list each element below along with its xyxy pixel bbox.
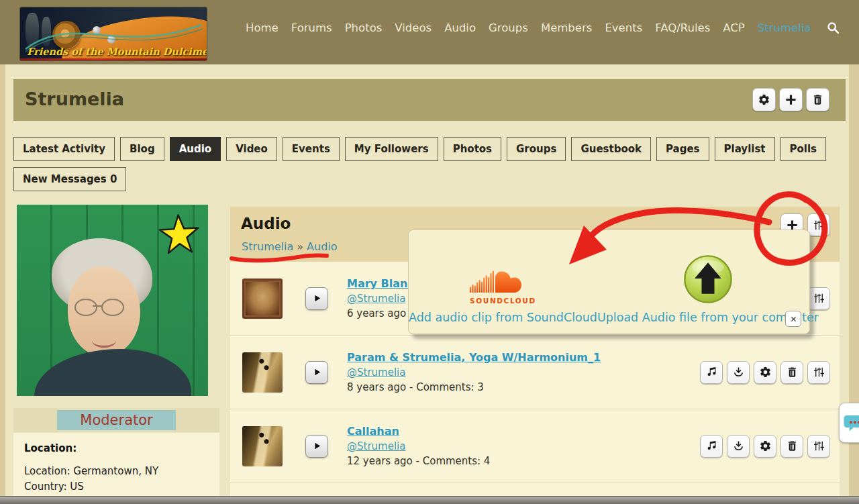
add-audio-popup: SOUNDCLOUD Add audio clip from SoundClou… (408, 230, 810, 334)
nav-item-forums[interactable]: Forums (291, 21, 332, 34)
gear-icon (759, 366, 772, 379)
page-title: Strumelia (25, 89, 124, 109)
music-note-icon (705, 440, 718, 452)
bottom-window-edge (0, 496, 859, 504)
star-icon (157, 211, 201, 256)
moderator-band: Moderator (13, 408, 219, 432)
nav-item-videos[interactable]: Videos (395, 21, 432, 34)
tab-row-1: Latest Activity Blog Audio Video Events … (13, 137, 846, 161)
sliders-icon (813, 440, 825, 452)
search-icon[interactable] (826, 21, 840, 35)
download-icon (732, 440, 745, 452)
upload-icon (683, 254, 734, 305)
music-note-icon (705, 366, 718, 379)
page: Friends of the Mountain Dulcimer Home Fo… (0, 0, 859, 504)
chat-launcher[interactable] (839, 403, 859, 443)
nav-item-strumelia[interactable]: Strumelia (758, 21, 811, 34)
play-icon (312, 293, 322, 303)
page-left-edge (0, 64, 5, 497)
profile-sidebar: Moderator Location: Location: Germantown… (13, 201, 219, 497)
audio-author-link[interactable]: @Strumelia (347, 440, 490, 452)
avatar-smile (92, 334, 116, 348)
edit-settings-button[interactable] (754, 361, 776, 384)
country-line: Country: US (24, 479, 209, 495)
audio-item-actions (700, 435, 830, 458)
audio-meta: 8 years ago - Comments: 3 (347, 381, 601, 393)
audio-meta: 12 years ago - Comments: 4 (347, 455, 490, 467)
download-button[interactable] (727, 435, 750, 458)
tab-new-messages[interactable]: New Messages 0 (13, 167, 126, 191)
audio-thumbnail[interactable] (242, 352, 283, 393)
profile-tabs: Latest Activity Blog Audio Video Events … (13, 137, 846, 197)
nav-item-events[interactable]: Events (605, 21, 642, 34)
tab-polls[interactable]: Polls (780, 137, 827, 161)
play-button[interactable] (305, 361, 328, 384)
delete-button[interactable] (780, 435, 803, 458)
play-button[interactable] (305, 435, 328, 458)
profile-settings-button[interactable] (752, 88, 776, 111)
audio-item-actions (700, 361, 830, 384)
play-icon (312, 367, 322, 377)
nav-item-audio[interactable]: Audio (444, 21, 476, 34)
chat-bubble-icon (843, 411, 859, 434)
item-filter-button[interactable] (807, 435, 830, 458)
soundcloud-option[interactable]: SOUNDCLOUD Add audio clip from SoundClou… (409, 230, 597, 334)
nav-item-members[interactable]: Members (541, 21, 592, 34)
delete-button[interactable] (780, 361, 803, 384)
play-icon (312, 441, 322, 451)
tab-pages[interactable]: Pages (656, 137, 709, 161)
edit-settings-button[interactable] (754, 435, 776, 458)
nav-item-home[interactable]: Home (246, 21, 279, 34)
profile-title-actions (752, 88, 829, 111)
popup-close-button[interactable] (785, 311, 801, 327)
audio-title-link[interactable]: Param & Strumelia, Yoga W/Harmonium_1 (347, 351, 601, 364)
tab-video[interactable]: Video (226, 137, 277, 161)
breadcrumb-strumelia-link[interactable]: Strumelia (242, 240, 293, 253)
tab-my-followers[interactable]: My Followers (345, 137, 438, 161)
audio-item-text: Callahan @Strumelia 12 years ago - Comme… (347, 425, 490, 467)
audio-author-link[interactable]: @Strumelia (347, 366, 601, 379)
tab-blog[interactable]: Blog (120, 137, 164, 161)
logo-red-line (20, 58, 207, 60)
nav-item-photos[interactable]: Photos (345, 21, 383, 34)
nav-item-groups[interactable]: Groups (489, 21, 528, 34)
soundcloud-option-label[interactable]: Add audio clip from SoundCloud (409, 311, 597, 324)
avatar-shoulders (34, 349, 191, 396)
site-logo[interactable]: Friends of the Mountain Dulcimer (20, 7, 207, 60)
top-navigation-bar: Friends of the Mountain Dulcimer Home Fo… (0, 0, 859, 64)
tab-playlist[interactable]: Playlist (715, 137, 775, 161)
location-card: Location: Location: Germantown, NY Count… (13, 433, 219, 497)
audio-thumbnail[interactable] (242, 279, 283, 319)
tab-audio[interactable]: Audio (170, 137, 221, 161)
avatar (17, 205, 208, 396)
avatar-glasses (74, 299, 97, 316)
audio-title-link[interactable]: Callahan (347, 425, 490, 438)
item-filter-button[interactable] (807, 361, 830, 384)
profile-add-button[interactable] (779, 88, 803, 111)
main-nav: Home Forums Photos Videos Audio Groups M… (246, 0, 840, 55)
audio-list-item: Callahan @Strumelia 12 years ago - Comme… (230, 409, 840, 483)
play-button[interactable] (305, 287, 328, 310)
breadcrumb: Strumelia»Audio (242, 240, 338, 253)
avatar-glasses (101, 299, 124, 316)
nav-item-acp[interactable]: ACP (723, 21, 744, 34)
add-to-playlist-button[interactable] (700, 361, 723, 384)
audio-list-item: Param & Strumelia, Yoga W/Harmonium_1 @S… (230, 336, 840, 409)
profile-delete-button[interactable] (806, 88, 829, 111)
download-button[interactable] (727, 361, 750, 384)
nav-item-faq-rules[interactable]: FAQ/Rules (655, 21, 710, 34)
tab-photos[interactable]: Photos (444, 137, 501, 161)
site-logo-title: Friends of the Mountain Dulcimer (27, 46, 207, 57)
tab-groups[interactable]: Groups (507, 137, 566, 161)
breadcrumb-audio-link[interactable]: Audio (307, 240, 337, 253)
tab-guestbook[interactable]: Guestbook (571, 137, 651, 161)
audio-thumbnail[interactable] (242, 426, 283, 466)
close-icon (790, 315, 797, 323)
breadcrumb-separator: » (297, 240, 303, 253)
audio-heading: Audio (241, 215, 291, 232)
add-to-playlist-button[interactable] (700, 435, 723, 458)
soundcloud-brand-text: SOUNDCLOUD (470, 297, 536, 305)
trash-icon (786, 366, 799, 379)
tab-latest-activity[interactable]: Latest Activity (13, 137, 115, 161)
tab-events[interactable]: Events (283, 137, 340, 161)
